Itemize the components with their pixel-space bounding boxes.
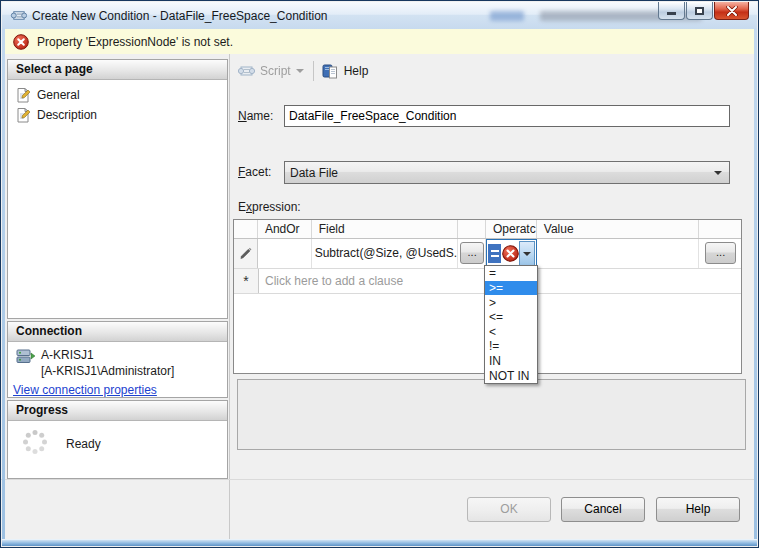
operator-option[interactable]: IN — [485, 354, 537, 369]
col-andor: AndOr — [258, 220, 312, 238]
andor-cell[interactable] — [258, 239, 312, 268]
operator-option[interactable]: < — [485, 325, 537, 340]
sidebar-item-description[interactable]: Description — [8, 105, 227, 125]
toolbar-separator — [313, 61, 314, 81]
progress-status: Ready — [66, 437, 101, 451]
connection-user: [A-KRISJ1\Administrator] — [41, 364, 174, 378]
value-cell[interactable] — [537, 239, 699, 268]
facet-selected-value: Data File — [290, 166, 338, 180]
connection-box: Connection A-KRISJ1 [A-KRISJ1\Administra… — [7, 321, 228, 398]
help-label: Help — [344, 64, 369, 78]
pencil-icon — [239, 247, 252, 260]
window-title: Create New Condition - DataFile_FreeSpac… — [32, 9, 328, 23]
name-input[interactable] — [284, 105, 730, 127]
cancel-button[interactable]: Cancel — [561, 497, 645, 522]
field-ellipsis-cell: ... — [458, 239, 486, 268]
maximize-button[interactable] — [686, 2, 713, 20]
progress-box: Progress — [7, 400, 228, 479]
window-scroll-icon — [10, 7, 27, 27]
left-panel: Select a page General — [5, 54, 230, 540]
col-operator: Operatc — [486, 220, 537, 238]
operator-option[interactable]: NOT IN — [485, 368, 537, 383]
expression-label: Expression: — [238, 200, 301, 214]
operator-option[interactable]: <= — [485, 310, 537, 325]
connection-header: Connection — [8, 322, 227, 342]
chevron-down-icon — [714, 171, 722, 175]
operator-error-icon — [502, 245, 519, 262]
connection-server: A-KRISJ1 — [41, 348, 94, 362]
ok-button[interactable]: OK — [467, 497, 551, 522]
toolbar-help-button[interactable]: Help — [321, 62, 369, 80]
script-dropdown-icon — [296, 69, 304, 73]
window-frame-right — [754, 28, 757, 541]
page-edit-icon — [15, 107, 31, 123]
value-ellipsis-cell: ... — [699, 239, 741, 268]
select-a-page-header: Select a page — [8, 60, 227, 80]
operator-chip-icon — [488, 244, 501, 263]
col-value-btn — [699, 220, 741, 238]
sidebar-item-general[interactable]: General — [8, 85, 227, 105]
close-icon — [726, 6, 738, 16]
window-frame-bottom — [2, 539, 757, 546]
row-selector-new: * — [234, 269, 259, 293]
operator-cell[interactable] — [486, 239, 537, 268]
maximize-icon — [695, 7, 704, 15]
sidebar-item-label: Description — [37, 108, 97, 122]
operator-option[interactable]: = — [485, 266, 537, 281]
grid-header-row: AndOr Field Operatc Value — [234, 220, 741, 239]
col-value: Value — [537, 220, 699, 238]
chevron-down-icon — [523, 252, 531, 256]
facet-label: Facet: — [238, 165, 271, 179]
col-field-btn — [458, 220, 486, 238]
titlebar-watermark — [490, 11, 524, 21]
validation-warning-bar: Property 'ExpressionNode' is not set. — [5, 29, 754, 55]
field-browse-button[interactable]: ... — [460, 242, 484, 264]
script-button[interactable]: Script — [237, 62, 304, 80]
dialog-window: Create New Condition - DataFile_FreeSpac… — [0, 0, 759, 548]
help-button[interactable]: Help — [656, 497, 740, 522]
view-connection-properties-link[interactable]: View connection properties — [13, 383, 157, 397]
operator-option[interactable]: != — [485, 339, 537, 354]
minimize-button[interactable] — [658, 2, 685, 20]
toolbar: Script Help — [230, 57, 754, 85]
script-icon — [237, 62, 255, 80]
footer-divider — [1, 479, 754, 480]
page-edit-icon — [15, 87, 31, 103]
progress-spinner-icon — [21, 428, 49, 459]
help-book-icon — [321, 62, 339, 80]
value-browse-button[interactable]: ... — [705, 242, 736, 264]
operator-option-selected[interactable]: >= — [485, 281, 537, 296]
sidebar-item-label: General — [37, 88, 80, 102]
select-a-page-box: Select a page General — [7, 59, 228, 319]
facet-select[interactable]: Data File — [284, 161, 730, 184]
operator-option[interactable]: > — [485, 295, 537, 310]
titlebar: Create New Condition - DataFile_FreeSpac… — [2, 2, 757, 30]
operator-dropdown-button[interactable] — [519, 241, 535, 266]
row-selector-edit[interactable] — [234, 239, 258, 268]
script-label: Script — [260, 64, 291, 78]
field-cell[interactable]: Subtract(@Size, @UsedS... — [312, 239, 458, 268]
server-icon — [16, 348, 36, 369]
close-button[interactable] — [714, 2, 749, 20]
operator-dropdown-list: = >= > <= < != IN NOT IN — [484, 265, 538, 384]
minimize-icon — [667, 12, 676, 15]
col-selector — [234, 220, 258, 238]
name-label: Name: — [238, 109, 273, 123]
expression-description-box — [237, 379, 746, 450]
error-icon — [13, 34, 29, 50]
col-field: Field — [312, 220, 458, 238]
window-frame-left — [2, 28, 5, 541]
progress-header: Progress — [8, 401, 227, 421]
validation-warning-text: Property 'ExpressionNode' is not set. — [37, 35, 233, 49]
